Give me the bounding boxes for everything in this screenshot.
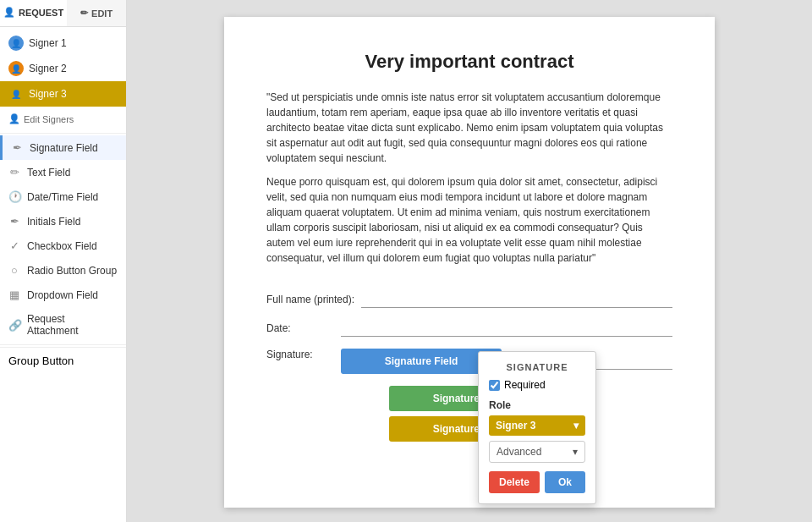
- group-button-label: Group Button: [8, 354, 74, 367]
- fullname-row: Full name (printed):: [266, 291, 672, 308]
- checkbox-icon: ✓: [8, 239, 20, 252]
- divider: [0, 133, 126, 134]
- tab-request[interactable]: 👤 REQUEST: [0, 0, 67, 26]
- signer-item-2[interactable]: 👤 Signer 2: [0, 56, 126, 81]
- ok-button[interactable]: Ok: [545, 471, 585, 493]
- radio-icon: ○: [8, 264, 20, 277]
- date-row: Date:: [266, 320, 672, 337]
- date-label: Date:: [266, 322, 334, 334]
- document-body: "Sed ut perspiciatis unde omnis iste nat…: [266, 90, 672, 266]
- paragraph-2: Neque porro quisquam est, qui dolorem ip…: [266, 174, 672, 266]
- tab-edit[interactable]: ✏ EDIT: [67, 0, 126, 26]
- sidebar: 👤 REQUEST ✏ EDIT 👤 Signer 1 👤 Signer 2 👤…: [0, 0, 127, 522]
- initials-icon: ✒: [8, 215, 20, 228]
- edit-icon: ✏: [80, 8, 88, 19]
- advanced-dropdown[interactable]: Advanced ▾: [489, 441, 585, 463]
- field-item-text[interactable]: ✏ Text Field: [0, 160, 126, 184]
- main-content: Very important contract "Sed ut perspici…: [127, 0, 812, 522]
- date-line: [341, 320, 672, 337]
- signer-dropdown-label: Signer 3: [496, 420, 535, 431]
- avatar-signer2: 👤: [8, 61, 24, 76]
- field-item-dropdown[interactable]: ▦ Dropdown Field: [0, 283, 126, 307]
- signer-list: 👤 Signer 1 👤 Signer 2 👤 Signer 3: [0, 27, 126, 110]
- group-button-area: Group Button: [0, 347, 126, 374]
- edit-signers-button[interactable]: 👤 Edit Signers: [0, 110, 126, 131]
- dropdown-icon: ▦: [8, 288, 20, 301]
- delete-button[interactable]: Delete: [489, 471, 540, 493]
- popup-role-label: Role: [489, 399, 585, 411]
- signer-item-3[interactable]: 👤 Signer 3: [0, 81, 126, 107]
- popup-buttons: Delete Ok: [489, 471, 585, 493]
- fullname-line: [361, 291, 672, 308]
- required-label: Required: [504, 379, 546, 391]
- field-item-datetime[interactable]: 🕐 Date/Time Field: [0, 184, 126, 209]
- signature-fields-list: Signature Field Signature Field: [266, 386, 672, 442]
- avatar-signer1: 👤: [8, 36, 24, 51]
- attachment-icon: 🔗: [8, 319, 20, 332]
- field-item-signature[interactable]: ✒ Signature Field: [0, 135, 126, 160]
- popup-required-row: Required: [489, 379, 585, 391]
- field-item-attachment[interactable]: 🔗 Request Attachment: [0, 307, 126, 343]
- avatar-signer3: 👤: [8, 86, 24, 102]
- sidebar-tabs: 👤 REQUEST ✏ EDIT: [0, 0, 126, 27]
- chevron-down-icon: ▾: [573, 420, 579, 431]
- person-icon: 👤: [8, 113, 20, 124]
- field-item-initials[interactable]: ✒ Initials Field: [0, 209, 126, 234]
- signature-row: Signature: Signature Field: [266, 349, 672, 374]
- popup-title: SIGNATURE: [489, 362, 585, 372]
- form-section: Full name (printed): Date: Signature: Si…: [266, 291, 672, 374]
- paragraph-1: "Sed ut perspiciatis unde omnis iste nat…: [266, 90, 672, 166]
- signer-item-1[interactable]: 👤 Signer 1: [0, 30, 126, 56]
- document-paper: Very important contract "Sed ut perspici…: [224, 17, 715, 508]
- fullname-label: Full name (printed):: [266, 294, 354, 305]
- signature-icon: ✒: [11, 141, 23, 154]
- signature-popup: SIGNATURE Required Role Signer 3 ▾ Advan…: [478, 351, 596, 504]
- advanced-label: Advanced: [497, 446, 541, 458]
- signature-label: Signature:: [266, 349, 334, 360]
- text-icon: ✏: [8, 166, 20, 179]
- signer-dropdown[interactable]: Signer 3 ▾: [489, 415, 585, 436]
- field-item-radio[interactable]: ○ Radio Button Group: [0, 258, 126, 283]
- datetime-icon: 🕐: [8, 190, 20, 203]
- request-icon: 👤: [3, 7, 15, 18]
- required-checkbox[interactable]: [489, 380, 500, 391]
- document-title: Very important contract: [266, 51, 672, 73]
- chevron-down-icon-advanced: ▾: [573, 446, 578, 458]
- bottom-divider: [0, 344, 126, 345]
- field-item-checkbox[interactable]: ✓ Checkbox Field: [0, 234, 126, 258]
